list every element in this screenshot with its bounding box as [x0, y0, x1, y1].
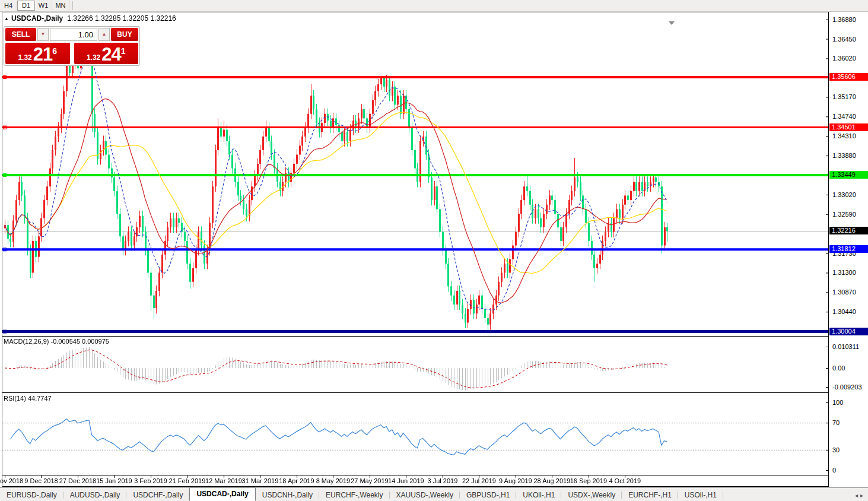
chart-symbol-label: USDCAD-,Daily [11, 14, 63, 23]
timeframe-button-mn[interactable]: MN [52, 1, 69, 11]
rsi-indicator-label: RSI(14) 44.7747 [4, 395, 52, 402]
symbol-tab-usdx-weekly[interactable]: USDX-,Weekly [561, 489, 622, 501]
buy-button[interactable]: BUY [111, 28, 138, 41]
ask-pipette: 1 [121, 47, 126, 55]
price-axis-tick: 1.36020 [832, 55, 856, 62]
timeframe-button-w1[interactable]: W1 [35, 1, 52, 11]
date-axis-label: 27 Dec 2018 [59, 477, 96, 484]
ask-prefix: 1.32 [87, 52, 100, 64]
triangle-up-icon: ▲ [102, 31, 107, 37]
symbol-tab-audusd-daily[interactable]: AUDUSD-,Daily [63, 489, 127, 501]
price-axis-tick: 1.32590 [832, 211, 856, 218]
date-axis-label: 14 Jun 2019 [388, 477, 424, 484]
price-axis-tick: 1.35170 [832, 93, 856, 100]
price-chart-canvas[interactable] [0, 12, 829, 488]
bid-price-button[interactable]: 1.32 21 6 [5, 43, 70, 64]
tabs-scroll-right-icon[interactable]: ▸ [860, 492, 866, 499]
rsi-axis-tick: 100 [832, 399, 843, 406]
sell-button[interactable]: SELL [5, 28, 36, 41]
date-axis-label: 18 Apr 2019 [279, 477, 314, 484]
price-axis-tick: 1.36450 [832, 36, 856, 43]
volume-decrease-button[interactable]: ▼ [37, 28, 49, 41]
current-price-badge: 1.32216 [829, 227, 868, 234]
symbol-tab-eurchf-weekly[interactable]: EURCHF-,Weekly [319, 489, 389, 501]
date-axis-label: 16 Sep 2019 [570, 477, 607, 484]
order-panel: SELL ▼ ▲ BUY 1.32 21 6 1.32 24 1 [4, 26, 140, 66]
toolbar-divider [72, 1, 73, 10]
symbol-tab-usoil-h1[interactable]: USOil-,H1 [678, 489, 723, 501]
price-line-badge: 1.30004 [829, 328, 868, 335]
timeframe-button-h4[interactable]: H4 [0, 1, 17, 11]
symbol-tab-bar: EURUSD-,DailyAUDUSD-,DailyUSDCHF-,DailyU… [0, 487, 868, 501]
price-axis-tick: 1.33880 [832, 152, 856, 159]
price-line-badge: 1.33449 [829, 171, 868, 179]
price-axis-tick: 1.36880 [832, 16, 856, 23]
collapse-arrow-icon[interactable]: ▲ [4, 16, 9, 21]
date-axis-label: 31 Mar 2019 [242, 477, 279, 484]
symbol-tab-eurusd-daily[interactable]: EURUSD-,Daily [0, 489, 63, 501]
date-axis-label: 3 Jul 2019 [427, 477, 457, 484]
date-axis-label: 3 Feb 2019 [134, 477, 167, 484]
volume-input[interactable] [50, 28, 97, 41]
chart-ohlc-values: 1.32266 1.32285 1.32205 1.32216 [67, 14, 176, 23]
date-axis-label: 22 Jul 2019 [462, 477, 496, 484]
date-axis-label: 9 Dec 2018 [24, 477, 58, 484]
price-line-badge: 1.34501 [829, 123, 868, 131]
symbol-tab-ukoil-h1[interactable]: UKOil-,H1 [516, 489, 561, 501]
price-axis-tick: 1.34740 [832, 113, 856, 120]
macd-axis-tick: 0.00 [832, 364, 845, 372]
symbol-tab-gbpusd-h1[interactable]: GBPUSD-,H1 [460, 489, 516, 501]
date-axis-label: 8 May 2019 [316, 477, 350, 484]
rsi-axis-tick: 70 [832, 419, 840, 426]
symbol-tab-usdcnh-daily[interactable]: USDCNH-,Daily [256, 489, 319, 501]
price-axis-tick: 1.30440 [832, 308, 856, 315]
date-axis-label: 20 Nov 2018 [0, 477, 23, 484]
symbol-tab-eurchf-h1[interactable]: EURCHF-,H1 [622, 489, 678, 501]
timeframe-button-d1[interactable]: D1 [17, 1, 35, 11]
ask-big-digits: 24 [101, 45, 120, 64]
date-axis-label: 4 Oct 2019 [609, 477, 641, 484]
ask-price-button[interactable]: 1.32 24 1 [74, 43, 139, 64]
timeframe-toolbar: H4D1W1MN [0, 0, 868, 12]
rsi-axis-tick: 0 [832, 467, 836, 474]
macd-axis-tick: -0.009203 [832, 383, 862, 391]
bid-prefix: 1.32 [18, 52, 31, 64]
price-axis-tick: 1.34310 [832, 132, 856, 139]
macd-axis-tick: 0.010311 [832, 343, 859, 350]
price-axis-tick: 1.33020 [832, 191, 856, 198]
date-axis-label: 27 May 2019 [351, 477, 389, 484]
price-line-badge: 1.35606 [829, 73, 868, 81]
price-axis-tick: 1.30870 [832, 288, 856, 296]
date-axis-label: 21 Feb 2019 [169, 477, 206, 484]
chart-title: ▲USDCAD-,Daily1.32266 1.32285 1.32205 1.… [4, 14, 176, 23]
chart-shift-marker-icon[interactable] [669, 21, 675, 25]
symbol-tab-usdchf-daily[interactable]: USDCHF-,Daily [126, 489, 189, 501]
bid-big-digits: 21 [33, 45, 52, 64]
price-axis-tick: 1.31300 [832, 269, 856, 276]
date-axis-label: 28 Aug 2019 [533, 477, 570, 484]
bid-pipette: 6 [52, 47, 57, 55]
triangle-down-icon: ▼ [41, 31, 46, 37]
volume-increase-button[interactable]: ▲ [98, 28, 110, 41]
date-axis-label: 15 Jan 2019 [96, 477, 132, 484]
date-axis-label: 9 Aug 2019 [499, 477, 532, 484]
tabs-scroll-left-icon[interactable]: ◂ [855, 492, 860, 499]
rsi-axis-tick: 30 [832, 446, 840, 454]
price-line-badge: 1.31812 [829, 245, 868, 253]
chart-window: ▲USDCAD-,Daily1.32266 1.32285 1.32205 1.… [0, 12, 868, 488]
macd-indicator-label: MACD(12,26,9) -0.000545 0.000975 [4, 338, 109, 345]
symbol-tab-xauusd-weekly[interactable]: XAUUSD-,Weekly [390, 489, 460, 501]
date-axis-label: 12 Mar 2019 [205, 477, 242, 484]
symbol-tab-usdcad-daily[interactable]: USDCAD-,Daily [189, 487, 255, 501]
